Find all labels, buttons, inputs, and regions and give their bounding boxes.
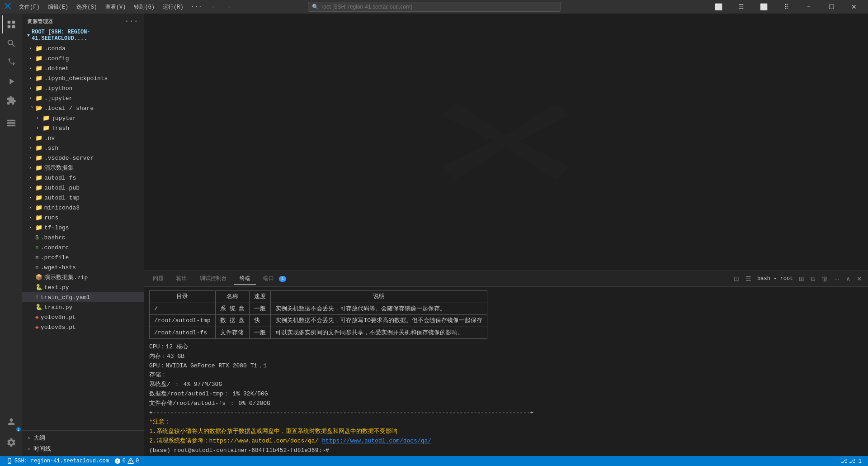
sidebar-item-vscode-server[interactable]: › 📁 .vscode-server <box>22 153 144 163</box>
note-link[interactable]: https://www.autodl.com/docs/qa/ <box>322 437 431 444</box>
add-terminal-btn[interactable]: ⊞ <box>797 274 807 283</box>
sidebar-item-yolov8s[interactable]: › ◈ yolov8s.pt <box>22 322 144 332</box>
more-actions-btn[interactable]: ··· <box>832 274 842 283</box>
tab-problems[interactable]: 问题 <box>147 273 169 285</box>
close-button[interactable]: ✕ <box>844 0 864 14</box>
menu-run[interactable]: 运行(R) <box>159 2 187 12</box>
sidebar-item-test-py[interactable]: › 🐍 test.py <box>22 282 144 292</box>
terminal-view-btn[interactable]: ☰ <box>743 274 754 283</box>
sidebar-item-dotnet[interactable]: › 📁 .dotnet <box>22 63 144 73</box>
split-terminal-btn[interactable]: ⊡ <box>731 274 741 283</box>
activity-extensions[interactable] <box>2 91 20 109</box>
sidebar-item-train-py[interactable]: › 🐍 train.py <box>22 302 144 312</box>
sidebar-item-wget[interactable]: › ≡ .wget-hsts <box>22 262 144 272</box>
table-cell-dir: /root/autodl-tmp <box>150 315 216 327</box>
maximize-button[interactable]: ☐ <box>821 0 842 14</box>
sidebar-item-autodl-pub[interactable]: › 📁 autodl-pub <box>22 183 144 193</box>
dollar-icon: $ <box>35 234 39 241</box>
sidebar-item-miniconda3[interactable]: › 📁 miniconda3 <box>22 203 144 213</box>
sidebar-item-ipython[interactable]: › 📁 .ipython <box>22 83 144 93</box>
info-table: 目录 名称 速度 说明 / 系 统 盘 一般 实例关机数据不会丢失，可存放代码等… <box>149 290 487 339</box>
menu-goto[interactable]: 转到(G) <box>130 2 158 12</box>
file-icon: ≡ <box>35 264 39 271</box>
collapse-btn[interactable]: ∧ <box>844 274 853 283</box>
sidebar-item-demo-zip[interactable]: › 📦 演示数据集.zip <box>22 272 144 282</box>
sidebar-item-conda[interactable]: › 📁 .conda <box>22 43 144 53</box>
sidebar-item-local[interactable]: › 📂 .local / share <box>22 103 144 113</box>
layout-btn3[interactable]: ⬜ <box>753 0 774 14</box>
status-ssh[interactable]: SSH: region-41.seetacloud.com <box>4 456 112 466</box>
tab-terminal[interactable]: 终端 <box>234 273 256 285</box>
sidebar-item-autodl-fs[interactable]: › 📁 autodl-fs <box>22 173 144 183</box>
menu-select[interactable]: 选择(S) <box>73 2 101 12</box>
tab-debug[interactable]: 调试控制台 <box>194 273 232 285</box>
search-bar[interactable]: 🔍 <box>308 2 561 12</box>
activity-explorer[interactable] <box>2 15 20 33</box>
tab-output[interactable]: 输出 <box>171 273 193 285</box>
sidebar-item-tf-logs[interactable]: › 📁 tf-logs <box>22 223 144 233</box>
delete-terminal-btn[interactable]: 🗑 <box>819 274 830 283</box>
terminal-toolbar: ⊡ ☰ bash - root ⊞ ⧉ 🗑 ··· ∧ ✕ <box>731 274 864 284</box>
activity-search[interactable] <box>2 34 20 52</box>
sidebar-item-ssh[interactable]: › 📁 .ssh <box>22 143 144 153</box>
search-input[interactable] <box>321 4 557 10</box>
sidebar-item-runs[interactable]: › 📁 runs <box>22 213 144 223</box>
sidebar-item-jupyter2[interactable]: › 📁 jupyter <box>22 113 144 123</box>
layout-btn4[interactable]: ⠿ <box>776 0 797 14</box>
menu-edit[interactable]: 编辑(E) <box>44 2 72 12</box>
sidebar-item-ipynb[interactable]: › 📁 .ipynb_checkpoints <box>22 73 144 83</box>
layout-btn1[interactable]: ⬜ <box>708 0 729 14</box>
terminal-content[interactable]: 目录 名称 速度 说明 / 系 统 盘 一般 实例关机数据不会丢失，可存放代码等… <box>144 287 868 456</box>
sidebar-item-yolov8n[interactable]: › ◈ yolov8n.pt <box>22 312 144 322</box>
sidebar-item-demo-data[interactable]: › 📁 演示数据集 <box>22 163 144 173</box>
table-header-speed: 速度 <box>250 291 271 303</box>
folder-icon: 📁 <box>35 65 42 72</box>
close-panel-btn[interactable]: ✕ <box>854 274 864 283</box>
gpu-info: GPU：NVIDIA GeForce RTX 2080 Ti，1 <box>149 361 863 371</box>
status-errors[interactable]: 0 0 <box>112 456 142 466</box>
sidebar-item-jupyter[interactable]: › 📁 .jupyter <box>22 93 144 103</box>
table-cell-speed: 一般 <box>250 327 271 339</box>
sidebar-item-condarc[interactable]: › ≡ .condarc <box>22 243 144 252</box>
sidebar-more-btn[interactable]: ··· <box>125 17 138 25</box>
activity-source-control[interactable] <box>2 53 20 71</box>
arrow-icon: › <box>29 176 34 181</box>
nav-forward[interactable]: → <box>222 2 234 11</box>
item-label: .condarc <box>41 244 69 251</box>
sidebar-timeline[interactable]: › 时间线 <box>22 443 144 454</box>
table-cell-desc: 实例关机数据不会丢失，可存放代码等。会随保存镜像一起保存。 <box>271 303 487 315</box>
branch-label: ⎇ 1 <box>849 458 862 465</box>
account-icon[interactable]: 1 <box>2 413 20 431</box>
menu-more[interactable]: ··· <box>188 2 205 12</box>
nav-back[interactable]: ← <box>208 2 220 11</box>
tab-ports[interactable]: 端口 1 <box>258 273 292 285</box>
settings-icon[interactable] <box>2 433 20 452</box>
item-label: .jupyter <box>44 95 72 102</box>
arrow-icon: › <box>29 225 34 230</box>
item-label: .nv <box>44 135 55 142</box>
menu-file[interactable]: 文件(F) <box>15 2 43 12</box>
sidebar-item-config[interactable]: › 📁 .config <box>22 53 144 63</box>
terminal-panel: 问题 输出 调试控制台 终端 端口 1 ⊡ ☰ bash - root ⊞ ⧉ … <box>144 271 868 456</box>
tree-root[interactable]: ▼ ROOT [SSH: REGION-41.SEETACLOUD.... <box>22 27 144 43</box>
sidebar-item-profile[interactable]: › ≡ .profile <box>22 252 144 262</box>
sidebar-item-nv[interactable]: › 📁 .nv <box>22 133 144 143</box>
status-branch[interactable]: ⎇ ⎇ 1 <box>838 458 864 465</box>
main-area: 1 资源管理器 ··· ▼ ROOT [SSH: REGION-41.SEETA… <box>0 14 868 456</box>
activity-run[interactable] <box>2 72 20 90</box>
sidebar-item-train-cfg[interactable]: › ! train_cfg.yaml <box>22 292 144 302</box>
split-btn[interactable]: ⧉ <box>808 274 817 284</box>
branch-icon: ⎇ <box>841 458 847 465</box>
menu-view[interactable]: 查看(V) <box>102 2 130 12</box>
sidebar-dajun[interactable]: › 大纲 <box>22 433 144 443</box>
item-label: train_cfg.yaml <box>41 294 90 301</box>
sidebar-item-bashrc[interactable]: › $ .bashrc <box>22 233 144 243</box>
sidebar-item-autodl-tmp[interactable]: › 📁 autodl-tmp <box>22 193 144 203</box>
storage-header: 存储： <box>149 371 863 380</box>
sidebar-item-trash[interactable]: › 📁 Trash <box>22 123 144 133</box>
layout-btn2[interactable]: ☰ <box>731 0 751 14</box>
activity-remote[interactable] <box>2 114 20 132</box>
folder-icon: 📁 <box>35 134 42 142</box>
arrow-icon: › <box>29 166 34 171</box>
minimize-button[interactable]: － <box>798 0 819 14</box>
